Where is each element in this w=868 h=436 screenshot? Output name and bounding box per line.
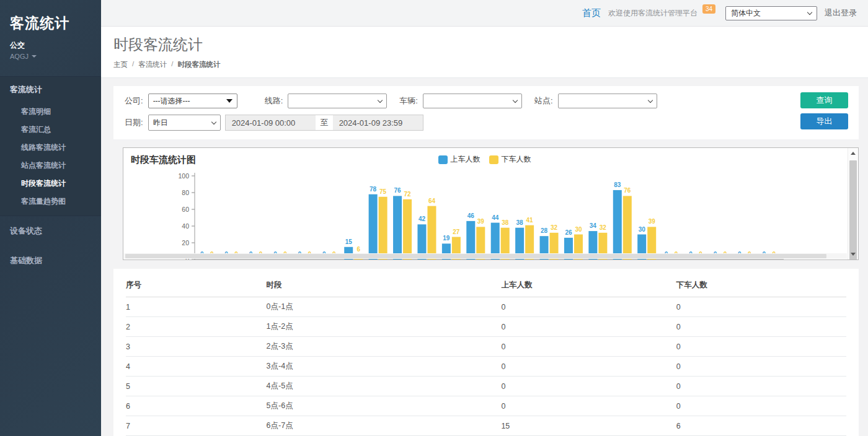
station-select[interactable] [558, 94, 657, 108]
filter-buttons: 查询 导出 [800, 92, 848, 129]
vehicle-label: 车辆: [399, 95, 418, 107]
table-row: 21点-2点00 [126, 317, 846, 337]
sidebar-subitem[interactable]: 时段客流统计 [0, 175, 101, 193]
table-cell: 0 [501, 317, 676, 337]
breadcrumb-link[interactable]: 客流统计 [138, 60, 167, 69]
org-code-dropdown[interactable]: AQGJ [10, 53, 91, 60]
bar [403, 199, 412, 259]
bar-value-label: 34 [590, 222, 597, 229]
bar [623, 196, 632, 259]
sidebar: 客流统计 公交 AQGJ 客流统计客流明细客流汇总线路客流统计站点客流统计时段客… [0, 0, 101, 436]
sidebar-item-0[interactable]: 客流统计 [0, 77, 101, 103]
date-end-input[interactable]: 2024-01-09 23:59 [333, 115, 423, 131]
sidebar-section: 设备状态 [0, 216, 101, 246]
bar-chart: 020406080100000点-1点001点-2点002点-3点003点-4点… [124, 165, 847, 252]
table-cell: 0 [501, 396, 676, 416]
table-header-row: 序号时段上车人数下车人数 [126, 274, 846, 297]
topbar: 首页 欢迎使用客流统计管理平台 34 简体中文 退出登录 [101, 0, 868, 27]
date-preset-select[interactable]: 昨日 [148, 115, 221, 131]
chevron-down-icon [647, 97, 652, 102]
sidebar-subitem[interactable]: 客流汇总 [0, 121, 101, 139]
company-select-value: ---请选择--- [153, 96, 190, 107]
table-cell: 6 [676, 416, 846, 436]
sidebar-menu: 客流统计客流明细客流汇总线路客流统计站点客流统计时段客流统计客流量趋势图设备状态… [0, 76, 101, 276]
chevron-down-icon [378, 97, 383, 102]
bar [427, 206, 436, 259]
hourly-stats-table: 序号时段上车人数下车人数 10点-1点0021点-2点0032点-3点0043点… [126, 274, 846, 436]
line-select[interactable] [288, 94, 387, 108]
filter-panel: 公司: ---请选择--- 线路: 车辆: 站点: [113, 86, 859, 139]
y-axis-tick-label: 80 [182, 189, 189, 196]
table-row: 43点-4点00 [126, 357, 846, 377]
filter-row-1: 公司: ---请选择--- 线路: 车辆: 站点: [125, 94, 848, 108]
y-axis-tick-label: 20 [182, 239, 189, 246]
chart-legend: 上车人数下车人数 [438, 154, 531, 165]
table-cell: 5 [126, 377, 267, 396]
scroll-up-icon[interactable] [848, 149, 858, 158]
table-cell: 1 [126, 297, 267, 317]
date-start-input[interactable]: 2024-01-09 00:00 [225, 115, 316, 131]
scrollbar-thumb[interactable] [849, 160, 857, 260]
breadcrumb-separator: / [132, 60, 134, 69]
language-select[interactable]: 简体中文 [725, 6, 817, 20]
table-cell: 3 [126, 337, 267, 357]
home-link[interactable]: 首页 [582, 7, 601, 19]
bar-value-label: 39 [477, 218, 485, 225]
y-axis-tick-label: 60 [182, 206, 189, 213]
dropdown-arrow-icon [226, 99, 232, 103]
table-cell: 1点-2点 [267, 317, 502, 337]
content-area: 公司: ---请选择--- 线路: 车辆: 站点: [101, 78, 868, 436]
chart-horizontal-scrollbar[interactable] [124, 253, 847, 259]
sidebar-section: 客流统计客流明细客流汇总线路客流统计站点客流统计时段客流统计客流量趋势图 [0, 76, 101, 216]
bar-value-label: 26 [565, 229, 572, 236]
export-button[interactable]: 导出 [800, 113, 848, 129]
sidebar-header: 客流统计 公交 AQGJ [0, 0, 101, 66]
table-cell: 0 [676, 297, 846, 317]
sidebar-item-2[interactable]: 基础数据 [0, 246, 101, 276]
sidebar-section: 基础数据 [0, 246, 101, 276]
bar-value-label: 28 [541, 227, 548, 234]
scroll-down-icon[interactable] [848, 250, 858, 259]
vehicle-select[interactable] [423, 94, 522, 108]
table-cell: 2点-3点 [267, 337, 502, 357]
logout-link[interactable]: 退出登录 [825, 7, 857, 19]
legend-swatch-icon [438, 155, 448, 164]
bar [379, 197, 388, 259]
app-logo: 客流统计 [10, 14, 91, 33]
bar-value-label: 6 [356, 246, 360, 253]
sidebar-subitem[interactable]: 站点客流统计 [0, 157, 101, 175]
table-cell: 15 [501, 416, 676, 436]
sidebar-subitem[interactable]: 线路客流统计 [0, 139, 101, 157]
org-code-label: AQGJ [10, 53, 29, 60]
legend-item[interactable]: 下车人数 [489, 154, 531, 165]
table-panel: 序号时段上车人数下车人数 10点-1点0021点-2点0032点-3点0043点… [113, 269, 859, 436]
table-cell: 4 [126, 357, 267, 377]
chart-vertical-scrollbar[interactable] [848, 148, 858, 259]
page-heading: 时段客流统计 主页/客流统计/时段客流统计 [101, 27, 868, 78]
filter-row-2: 日期: 昨日 2024-01-09 00:00 至 2024-01-09 23:… [125, 115, 848, 131]
sidebar-subitem[interactable]: 客流明细 [0, 103, 101, 121]
breadcrumb-link[interactable]: 主页 [113, 60, 128, 69]
table-cell: 0 [676, 396, 846, 416]
table-row: 10点-1点00 [126, 297, 846, 317]
table-cell: 0 [676, 357, 846, 377]
table-row: 76点-7点156 [126, 416, 846, 436]
breadcrumb-separator: / [171, 60, 173, 69]
legend-item[interactable]: 上车人数 [438, 154, 480, 165]
legend-label: 上车人数 [451, 154, 480, 165]
org-name: 公交 [10, 40, 91, 51]
query-button[interactable]: 查询 [800, 92, 848, 108]
bar-value-label: 44 [492, 214, 499, 221]
chart-header: 时段车流统计图 上车人数下车人数 [123, 154, 846, 165]
date-to-label: 至 [316, 115, 333, 131]
table-cell: 5点-6点 [267, 396, 502, 416]
main-area: 首页 欢迎使用客流统计管理平台 34 简体中文 退出登录 时段客流统计 主页/客… [101, 0, 868, 436]
table-cell: 0 [501, 357, 676, 377]
sidebar-subitem[interactable]: 客流量趋势图 [0, 193, 101, 211]
bar-value-label: 38 [502, 219, 509, 226]
scrollbar-thumb[interactable] [125, 254, 826, 258]
company-select[interactable]: ---请选择--- [148, 94, 237, 108]
table-cell: 0点-1点 [267, 297, 502, 317]
chevron-down-icon [807, 9, 812, 14]
sidebar-item-1[interactable]: 设备状态 [0, 216, 101, 246]
